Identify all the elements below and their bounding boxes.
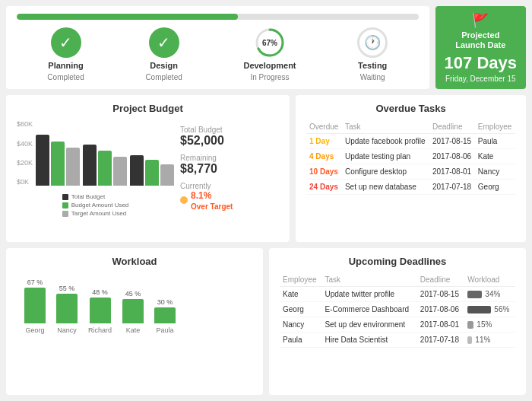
launch-icon: 🚩 — [472, 12, 489, 29]
launch-box: 🚩 ProjectedLaunch Date 107 Days Friday, … — [435, 6, 526, 89]
bar-group-2 — [83, 145, 127, 186]
workload-bar-1 — [56, 294, 78, 323]
overdue-row-1: 4 DaysUpdate testing plan2017-08-06Kate — [306, 149, 515, 164]
testing-icon: 🕐 — [357, 27, 388, 58]
overdue-cell-overdue-0: 1 Day — [306, 134, 342, 149]
deadline-header-employee: Employee — [280, 273, 321, 287]
stage-planning: ✓ Planning Completed — [47, 27, 84, 81]
stage-design: ✓ Design Completed — [145, 27, 182, 81]
legend-label-total: Total Budget — [71, 193, 105, 200]
legend-dot-total — [62, 194, 68, 200]
deadline-cell-task-0: Update twitter profile — [321, 287, 416, 302]
deadline-cell-task-2: Set up dev environment — [321, 317, 416, 333]
overdue-cell-employee-3: Georg — [475, 180, 515, 195]
progress-bar-fill — [17, 14, 238, 20]
overdue-section: Overdue Tasks Overdue Task Deadline Empl… — [296, 95, 526, 242]
stat-total: Total Budget $52,000 — [180, 126, 279, 148]
deadlines-title: Upcoming Deadlines — [280, 256, 515, 267]
workload-name-2: Richard — [88, 326, 112, 334]
deadline-row-0: KateUpdate twitter profile2017-08-1534% — [280, 287, 515, 302]
workload-pct-inline-1: 56% — [494, 305, 509, 313]
launch-title: ProjectedLaunch Date — [455, 30, 505, 50]
workload-pct-2: 48 % — [92, 288, 108, 296]
overdue-cell-employee-2: Nancy — [475, 164, 515, 180]
deadlines-table: Employee Task Deadline Workload KateUpda… — [280, 273, 515, 348]
bar-chart — [36, 120, 174, 189]
stat-remaining-label: Remaining — [180, 154, 279, 162]
budget-section: Project Budget $60K $40K $20K $0K — [6, 95, 290, 242]
workload-chart: 67 %Georg55 %Nancy48 %Richard45 %Kate30 … — [17, 273, 252, 334]
planning-icon: ✓ — [51, 27, 81, 58]
development-name: Development — [243, 61, 296, 70]
y-label-0k: $0K — [17, 178, 33, 186]
deadline-cell-workload-0: 34% — [464, 287, 515, 302]
development-icon: 67% — [255, 27, 285, 58]
overdue-cell-task-0: Update facebook profile — [342, 134, 429, 149]
stat-total-label: Total Budget — [180, 126, 279, 134]
bar-green-1 — [51, 142, 65, 186]
workload-title: Workload — [17, 256, 252, 267]
legend-label-budget: Budget Amount Used — [71, 202, 129, 208]
bar-gray-3 — [160, 164, 174, 186]
deadline-cell-task-3: Hire Data Scientist — [321, 333, 416, 348]
y-label-20k: $20K — [17, 159, 33, 167]
workload-bar-0 — [24, 288, 46, 323]
legend-dot-budget — [62, 202, 68, 208]
workload-pct-4: 30 % — [157, 298, 173, 306]
budget-chart-area: $60K $40K $20K $0K — [17, 120, 174, 217]
overdue-header-task: Task — [342, 120, 429, 134]
workload-bar-inline-2 — [467, 321, 473, 329]
overdue-cell-deadline-1: 2017-08-06 — [429, 149, 475, 164]
stat-currently-value: 8.1%Over Target — [191, 190, 233, 212]
deadline-header-workload: Workload — [464, 273, 515, 287]
overdue-header-employee: Employee — [475, 120, 515, 134]
top-bar: ✓ Planning Completed ✓ Design Completed — [6, 6, 526, 89]
launch-date: Friday, December 15 — [445, 75, 516, 83]
y-label-40k: $40K — [17, 140, 33, 148]
overdue-row-3: 24 DaysSet up new database2017-07-18Geor… — [306, 180, 515, 195]
chart-legend: Total Budget Budget Amount Used Target A… — [62, 193, 129, 217]
workload-progress-2: 15% — [467, 320, 512, 329]
workload-pct-0: 67 % — [27, 278, 43, 286]
bar-gray-2 — [113, 157, 127, 186]
legend-target: Target Amount Used — [62, 210, 129, 217]
y-axis: $60K $40K $20K $0K — [17, 120, 33, 189]
workload-bar-group-0: 67 %Georg — [24, 278, 46, 334]
workload-bar-group-2: 48 %Richard — [88, 288, 112, 334]
budget-stats: Total Budget $52,000 Remaining $8,770 Cu… — [180, 126, 279, 212]
workload-pct-3: 45 % — [125, 290, 141, 298]
workload-pct-inline-2: 15% — [477, 320, 492, 329]
overdue-row-2: 10 DaysConfigure desktop2017-08-01Nancy — [306, 164, 515, 180]
design-icon: ✓ — [149, 27, 179, 58]
workload-name-0: Georg — [25, 326, 44, 334]
bar-gray-1 — [66, 148, 80, 186]
workload-bar-4 — [154, 307, 176, 323]
budget-content: $60K $40K $20K $0K — [17, 120, 279, 217]
development-status: In Progress — [250, 73, 289, 81]
overdue-cell-task-2: Configure desktop — [342, 164, 429, 180]
overdue-table: Overdue Task Deadline Employee 1 DayUpda… — [306, 120, 515, 195]
stage-testing: 🕐 Testing Waiting — [357, 27, 388, 81]
overdue-row-0: 1 DayUpdate facebook profile2017-08-15Pa… — [306, 134, 515, 149]
stat-remaining-value: $8,770 — [180, 162, 279, 176]
workload-section: Workload 67 %Georg55 %Nancy48 %Richard45… — [6, 248, 263, 395]
overdue-title: Overdue Tasks — [306, 103, 515, 114]
overdue-cell-overdue-3: 24 Days — [306, 180, 342, 195]
bar-group-1 — [36, 135, 80, 186]
budget-title: Project Budget — [17, 103, 279, 114]
deadline-cell-employee-2: Nancy — [280, 317, 321, 333]
middle-row: Project Budget $60K $40K $20K $0K — [6, 95, 526, 242]
testing-name: Testing — [358, 61, 387, 70]
stat-currently: Currently 8.1%Over Target — [180, 182, 279, 212]
deadline-row-3: PaulaHire Data Scientist2017-07-1811% — [280, 333, 515, 348]
workload-bar-2 — [90, 298, 111, 323]
overdue-cell-task-1: Update testing plan — [342, 149, 429, 164]
design-name: Design — [150, 61, 178, 70]
stages: ✓ Planning Completed ✓ Design Completed — [17, 27, 419, 81]
bar-dark-1 — [36, 135, 49, 186]
deadline-cell-employee-0: Kate — [280, 287, 321, 302]
stat-remaining: Remaining $8,770 — [180, 154, 279, 176]
workload-progress-1: 56% — [467, 305, 512, 313]
workload-name-4: Paula — [157, 326, 174, 334]
overdue-cell-employee-1: Kate — [475, 149, 515, 164]
